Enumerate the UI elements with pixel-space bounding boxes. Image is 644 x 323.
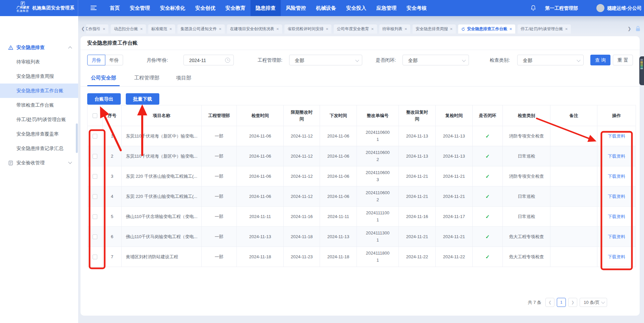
close-icon[interactable]: ✕	[326, 27, 328, 31]
row-checkbox[interactable]	[93, 255, 97, 259]
pagination-prev-button[interactable]: ❮	[545, 298, 554, 307]
row-checkbox[interactable]	[93, 234, 97, 239]
sidebar-item-5[interactable]: 安全隐患排查覆盖率	[0, 127, 78, 141]
row-checkbox[interactable]	[93, 134, 97, 139]
float-side-widget[interactable]	[639, 56, 644, 85]
workspace-tab-1[interactable]: 动态扣分台账✕	[111, 24, 146, 34]
sidebar-item-1[interactable]: 安全隐患排查周报	[0, 69, 78, 84]
lock-icon[interactable]	[635, 25, 641, 32]
tab-label: 集团及公司通知文件	[180, 26, 217, 32]
collapse-menu-icon[interactable]	[91, 6, 97, 10]
sidebar-item-0[interactable]: 待审核列表	[0, 55, 78, 69]
nav-item-10[interactable]: 安全考核	[401, 0, 432, 16]
sidebar-item-label: 带班检查工作台账	[16, 102, 54, 108]
tab-engineering-dept[interactable]: 工程管理部	[134, 70, 159, 87]
reset-button[interactable]: 重 置	[613, 55, 633, 65]
download-link[interactable]: 下载资料	[608, 194, 625, 199]
header-username[interactable]: 穗建运维-分公司	[607, 0, 642, 16]
sidebar-section-hidden-danger[interactable]: 安全隐患排查	[0, 40, 78, 55]
workspace-tab-7[interactable]: 待审核列表✕	[379, 24, 410, 34]
workspace-tab-3[interactable]: 集团及公司通知文件✕	[177, 24, 224, 34]
row-checkbox[interactable]	[93, 214, 97, 219]
close-icon[interactable]: ✕	[103, 27, 105, 31]
col-header-11: 备注	[550, 105, 597, 126]
date-filter-input[interactable]: 2024-11	[183, 55, 234, 65]
row-checkbox[interactable]	[93, 194, 97, 199]
dept-filter-select[interactable]: 全部	[289, 55, 362, 65]
export-ledger-button[interactable]: 台账导出	[87, 93, 121, 105]
tab-project-dept[interactable]: 项目部	[176, 70, 191, 87]
tabs-scroll-right-icon[interactable]: ❯	[628, 26, 631, 31]
row-checkbox[interactable]	[93, 174, 97, 179]
download-link[interactable]: 下载资料	[608, 214, 625, 219]
sidebar-scrollbar[interactable]	[76, 123, 78, 153]
tab-company-safety-dept[interactable]: 公司安全部	[87, 70, 120, 87]
tab-label: 动态扣分台账	[114, 26, 138, 32]
workspace-tab-2[interactable]: 标准规范✕	[148, 24, 175, 34]
download-link[interactable]: 下载资料	[608, 154, 625, 159]
batch-download-button[interactable]: 批量下载	[126, 93, 159, 105]
nav-item-7[interactable]: 机械设备	[311, 0, 341, 16]
pagination-next-button[interactable]: ❯	[568, 298, 577, 307]
workspace-tab-8[interactable]: 安全隐患排查周报✕	[413, 24, 455, 34]
download-link[interactable]: 下载资料	[608, 254, 625, 259]
download-link[interactable]: 下载资料	[608, 234, 625, 239]
close-icon[interactable]: ✕	[509, 27, 512, 31]
close-icon[interactable]: ✕	[276, 27, 279, 31]
close-icon[interactable]: ✕	[371, 27, 374, 31]
download-link[interactable]: 下载资料	[608, 174, 625, 179]
nav-item-2[interactable]: 安全标准化	[155, 0, 190, 16]
sidebar-item-2[interactable]: 安全隐患排查工作台账	[0, 84, 78, 98]
workspace-tab-4[interactable]: 在建项目安全创优情况表✕	[227, 24, 282, 34]
table-row-4: 4东莞 220 千伏茶山输变电工程施工(...一部2024-11-062024-…	[88, 186, 636, 207]
logo-section: 广州建筑 机施集团 机施集团安全管理系统	[0, 0, 78, 16]
col-header-1: 项目名称	[122, 105, 202, 126]
sidebar-item-4[interactable]: 停工/处罚/约谈管理台账	[0, 112, 78, 127]
avatar[interactable]	[596, 4, 604, 12]
search-button[interactable]: 查 询	[590, 55, 610, 65]
sidebar-item-label: 停工/处罚/约谈管理台账	[16, 117, 66, 123]
closed-check-icon: ✓	[485, 133, 490, 139]
sidebar-item-6[interactable]: 安全隐患排查记录汇总	[0, 141, 78, 156]
workspace-tab-10[interactable]: 停工/处罚/约谈管理台账✕	[518, 24, 571, 34]
close-icon[interactable]: ✕	[219, 27, 221, 31]
nav-item-0[interactable]: 首页	[105, 0, 125, 16]
col-header-2: 工程管理部	[202, 105, 237, 126]
table-row-5: 5佛山110千伏念塘输变电工程（变电...一部2024-11-112024-11…	[88, 207, 636, 227]
toggle-year-button[interactable]: 年份	[105, 55, 123, 65]
nav-item-1[interactable]: 安全管理	[125, 0, 155, 16]
nav-item-6[interactable]: 风险管控	[281, 0, 311, 16]
close-icon[interactable]: ✕	[405, 27, 407, 31]
sidebar-item-3[interactable]: 带班检查工作台账	[0, 98, 78, 112]
tab-label: 待审核列表	[382, 26, 402, 32]
nav-item-5[interactable]: 隐患排查	[251, 0, 281, 16]
close-icon[interactable]: ✕	[140, 27, 143, 31]
col-header-8: 复检时间	[436, 105, 473, 126]
header-department[interactable]: 第一工程管理部	[545, 0, 578, 16]
workspace-tab-0[interactable]: 工作指引✕	[86, 24, 108, 34]
download-link[interactable]: 下载资料	[608, 133, 625, 139]
row-checkbox[interactable]	[93, 154, 97, 159]
toggle-month-button[interactable]: 月份	[87, 55, 105, 65]
nav-item-9[interactable]: 应急管理	[371, 0, 401, 16]
nav-item-3[interactable]: 安全创优	[190, 0, 220, 16]
pagination-size-select[interactable]: 10 条/页	[580, 298, 607, 307]
close-icon[interactable]: ✕	[169, 27, 172, 31]
sidebar-section-safety-acceptance[interactable]: 安全验收管理	[0, 156, 78, 170]
page-title: 安全隐患排查工作台账	[80, 36, 640, 50]
pagination-page-1[interactable]: 1	[557, 298, 566, 307]
closed-filter-select[interactable]: 全部	[402, 55, 469, 65]
nav-item-8[interactable]: 安全投入	[341, 0, 371, 16]
type-filter-select[interactable]: 全部	[517, 55, 584, 65]
workspace-tab-6[interactable]: 公司年度安全教育✕	[334, 24, 377, 34]
workspace-tab-5[interactable]: 省双优检评时间安排✕	[284, 24, 331, 34]
nav-item-4[interactable]: 安全教育	[220, 0, 251, 16]
close-icon[interactable]: ✕	[450, 27, 452, 31]
tabs-scroll-left-icon[interactable]: ❮	[81, 26, 85, 31]
close-icon[interactable]: ✕	[565, 27, 568, 31]
notification-bell-icon[interactable]	[530, 5, 537, 11]
select-all-checkbox[interactable]	[93, 113, 97, 118]
workspace-tab-9[interactable]: 安全隐患排查工作台账✕	[458, 24, 515, 34]
date-filter-label: 月份/年份:	[147, 55, 168, 65]
table-wrap: 序号项目名称工程管理部检查时间限期整改时间下发时间整改单编号整改回复时间复检时间…	[87, 105, 636, 267]
